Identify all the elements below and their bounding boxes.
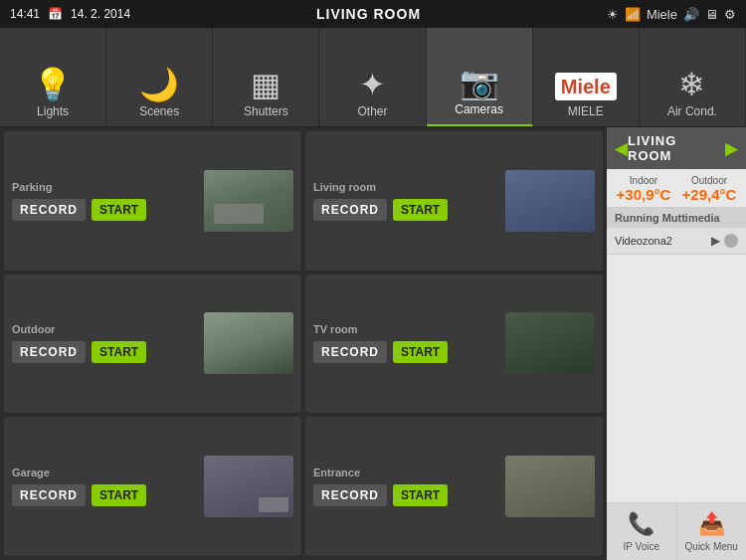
start-button-tv-room[interactable]: START xyxy=(393,341,448,363)
quick-menu-label: Quick Menu xyxy=(685,541,738,552)
camera-cell-tv-room: TV room RECORD START xyxy=(305,275,603,414)
quick-menu-icon: 📤 xyxy=(698,511,725,537)
sidebar-header: ◀ LIVING ROOM ▶ xyxy=(607,127,746,169)
camera-label-garage: Garage xyxy=(12,467,196,478)
date-display: 14. 2. 2014 xyxy=(71,7,130,21)
tab-bar: 💡 Lights 🌙 Scenes ▦ Shutters ✦ Other 📷 C… xyxy=(0,28,746,127)
camera-controls-parking: RECORD START xyxy=(12,199,196,221)
screen-icon: 🖥 xyxy=(705,7,718,22)
tab-shutters[interactable]: ▦ Shutters xyxy=(213,28,319,126)
tab-shutters-label: Shutters xyxy=(244,104,288,118)
sidebar-room-title: LIVING ROOM xyxy=(628,133,725,163)
tab-scenes-label: Scenes xyxy=(139,104,179,118)
lights-icon: 💡 xyxy=(33,69,73,100)
tab-miele-label: MIELE xyxy=(568,104,604,118)
scenes-icon: 🌙 xyxy=(139,69,179,100)
camera-cell-entrance: Entrance RECORD START xyxy=(305,417,603,556)
speaker-icon: 🔊 xyxy=(683,7,699,22)
tab-other-label: Other xyxy=(357,104,387,118)
camera-grid: Parking RECORD START Living room RECORD … xyxy=(0,127,607,560)
tab-miele[interactable]: Miele MIELE xyxy=(533,28,640,126)
camera-controls-garage: RECORD START xyxy=(12,484,196,506)
camera-thumbnail-tv-room[interactable] xyxy=(505,312,595,374)
camera-thumbnail-parking[interactable] xyxy=(204,170,293,232)
sidebar-bottom: 📞 IP Voice 📤 Quick Menu xyxy=(607,502,746,560)
camera-label-living-room: Living room xyxy=(313,181,497,193)
multimedia-device-row: Videozona2 ▶ xyxy=(607,228,746,255)
camera-controls-tv-room: RECORD START xyxy=(313,341,497,363)
signal-icon: 📶 xyxy=(625,7,641,22)
shutters-icon: ▦ xyxy=(251,69,280,100)
ip-voice-label: IP Voice xyxy=(623,541,659,552)
calendar-icon: 📅 xyxy=(48,7,63,21)
temp-indoor: Indoor +30,9°C xyxy=(617,175,671,203)
camera-info-garage: Garage RECORD START xyxy=(12,467,196,506)
settings-icon: ⚙ xyxy=(724,7,736,22)
camera-thumbnail-garage[interactable] xyxy=(204,456,293,517)
tab-cameras[interactable]: 📷 Cameras xyxy=(427,28,533,126)
start-button-entrance[interactable]: START xyxy=(393,484,448,506)
record-button-living-room[interactable]: RECORD xyxy=(313,199,387,221)
camera-label-outdoor: Outdoor xyxy=(12,323,196,335)
multimedia-controls: ▶ xyxy=(711,234,738,248)
multimedia-status-indicator xyxy=(724,234,738,248)
record-button-entrance[interactable]: RECORD xyxy=(313,484,387,506)
status-bar-left: 14:41 📅 14. 2. 2014 xyxy=(10,7,130,21)
tab-scenes[interactable]: 🌙 Scenes xyxy=(106,28,213,126)
sidebar-prev-arrow[interactable]: ◀ xyxy=(615,139,628,158)
camera-info-living-room: Living room RECORD START xyxy=(313,181,497,221)
sidebar-spacer xyxy=(607,255,746,502)
tab-lights[interactable]: 💡 Lights xyxy=(0,28,106,126)
status-bar-right: ☀ 📶 Miele 🔊 🖥 ⚙ xyxy=(607,7,736,22)
record-button-parking[interactable]: RECORD xyxy=(12,199,86,221)
record-button-garage[interactable]: RECORD xyxy=(12,484,86,506)
outdoor-value: +29,4°C xyxy=(682,186,737,203)
camera-info-entrance: Entrance RECORD START xyxy=(313,467,497,506)
main-area: Parking RECORD START Living room RECORD … xyxy=(0,127,746,560)
camera-controls-outdoor: RECORD START xyxy=(12,341,196,363)
camera-info-tv-room: TV room RECORD START xyxy=(313,323,497,363)
camera-controls-living-room: RECORD START xyxy=(313,199,497,221)
tab-aircond-label: Air Cond. xyxy=(667,104,717,118)
camera-label-entrance: Entrance xyxy=(313,467,497,478)
phone-icon: 📞 xyxy=(628,511,654,537)
outdoor-label: Outdoor xyxy=(691,175,727,186)
other-icon: ✦ xyxy=(359,69,386,100)
record-button-outdoor[interactable]: RECORD xyxy=(12,341,86,363)
camera-controls-entrance: RECORD START xyxy=(313,484,497,506)
time-display: 14:41 xyxy=(10,7,40,21)
aircond-icon: ❄ xyxy=(678,69,705,100)
camera-label-tv-room: TV room xyxy=(313,323,497,335)
page-title: LIVING ROOM xyxy=(316,6,421,22)
camera-cell-outdoor: Outdoor RECORD START xyxy=(4,275,301,414)
start-button-living-room[interactable]: START xyxy=(393,199,448,221)
start-button-garage[interactable]: START xyxy=(92,484,146,506)
tab-lights-label: Lights xyxy=(37,104,69,118)
miele-icon: Miele xyxy=(555,73,617,100)
ip-voice-button[interactable]: 📞 IP Voice xyxy=(607,503,677,560)
temp-outdoor: Outdoor +29,4°C xyxy=(682,175,737,203)
camera-label-parking: Parking xyxy=(12,181,196,193)
camera-thumbnail-living-room[interactable] xyxy=(505,170,595,232)
camera-info-parking: Parking RECORD START xyxy=(12,181,196,221)
camera-thumbnail-entrance[interactable] xyxy=(505,456,595,517)
sidebar-temp: Indoor +30,9°C Outdoor +29,4°C xyxy=(607,169,746,208)
record-button-tv-room[interactable]: RECORD xyxy=(313,341,387,363)
status-bar: 14:41 📅 14. 2. 2014 LIVING ROOM ☀ 📶 Miel… xyxy=(0,0,746,28)
start-button-parking[interactable]: START xyxy=(92,199,146,221)
tab-aircond[interactable]: ❄ Air Cond. xyxy=(640,28,746,126)
multimedia-play-button[interactable]: ▶ xyxy=(711,234,720,248)
sidebar: ◀ LIVING ROOM ▶ Indoor +30,9°C Outdoor +… xyxy=(607,127,746,560)
start-button-outdoor[interactable]: START xyxy=(92,341,146,363)
tab-cameras-label: Cameras xyxy=(455,102,503,116)
brand-label: Miele xyxy=(647,7,677,22)
sidebar-next-arrow[interactable]: ▶ xyxy=(725,139,738,158)
camera-thumbnail-outdoor[interactable] xyxy=(204,312,293,374)
sun-icon: ☀ xyxy=(607,7,619,22)
cameras-icon: 📷 xyxy=(460,67,499,98)
indoor-label: Indoor xyxy=(630,175,657,186)
tab-other[interactable]: ✦ Other xyxy=(319,28,426,126)
indoor-value: +30,9°C xyxy=(617,186,671,203)
quick-menu-button[interactable]: 📤 Quick Menu xyxy=(677,503,747,560)
multimedia-section-title: Running Muttimedia xyxy=(607,208,746,228)
